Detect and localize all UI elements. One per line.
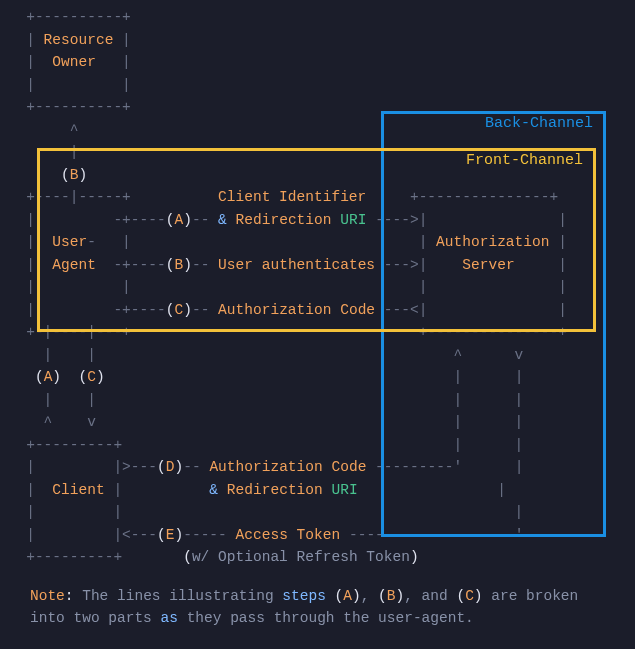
figure-caption: Figure 3: Authorization Code Flow bbox=[0, 646, 635, 650]
resource-label: Resource bbox=[44, 32, 114, 48]
diagram-viewport: +----------+ | Resource | | Owner | | | … bbox=[0, 0, 635, 649]
server-label: Server bbox=[462, 257, 514, 273]
user-label: User bbox=[52, 234, 87, 250]
authorization-label: Authorization bbox=[436, 234, 549, 250]
agent-label: Agent bbox=[52, 257, 96, 273]
client-label: Client bbox=[52, 482, 104, 498]
owner-label: Owner bbox=[52, 54, 96, 70]
ascii-diagram: +----------+ | Resource | | Owner | | | … bbox=[0, 0, 635, 569]
step-a: A bbox=[174, 212, 183, 228]
step-c: C bbox=[174, 302, 183, 318]
step-b: B bbox=[174, 257, 183, 273]
box-line: | bbox=[0, 32, 44, 48]
note-prefix: Note bbox=[30, 588, 65, 604]
box-line: +----------+ bbox=[0, 9, 131, 25]
client-identifier-label: Client Identifier bbox=[218, 189, 366, 205]
step-b-label: B bbox=[70, 167, 79, 183]
diagram-note: Note: The lines illustrating steps (A), … bbox=[0, 585, 635, 630]
arrow-up: ^ bbox=[0, 122, 79, 138]
uri-keyword: URI bbox=[340, 212, 366, 228]
